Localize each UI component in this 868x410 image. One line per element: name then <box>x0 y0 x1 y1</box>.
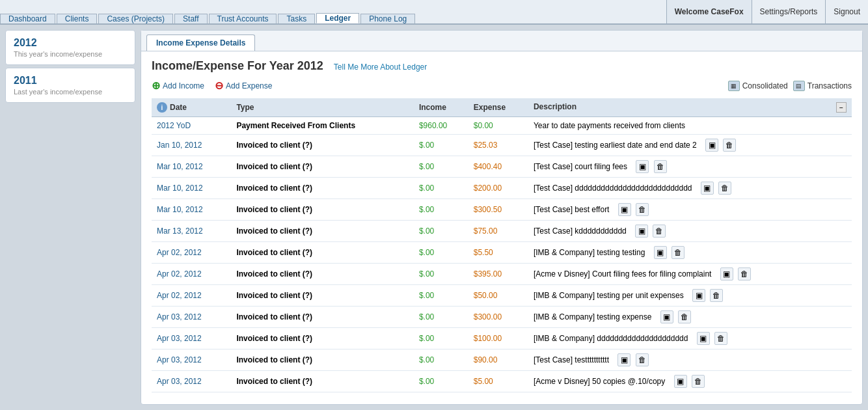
date-link[interactable]: Jan 10, 2012 <box>157 141 202 150</box>
cell-expense: $400.40 <box>468 156 528 178</box>
delete-icon[interactable]: 🗑 <box>692 375 705 388</box>
type-label: Invoiced to client (?) <box>236 377 312 386</box>
cell-type: Invoiced to client (?) <box>231 156 414 178</box>
date-link[interactable]: 2012 YoD <box>157 121 191 130</box>
add-expense-button[interactable]: ⊖ Add Expense <box>215 79 272 92</box>
edit-icon[interactable]: ▣ <box>660 310 673 323</box>
delete-icon[interactable]: 🗑 <box>653 225 666 238</box>
edit-icon[interactable]: ▣ <box>674 375 687 388</box>
income-value: $.00 <box>419 291 434 300</box>
edit-icon[interactable]: ▣ <box>692 289 705 302</box>
date-link[interactable]: Mar 10, 2012 <box>157 184 203 193</box>
cell-expense: $75.00 <box>468 221 528 242</box>
cell-date: Apr 03, 2012 <box>152 307 231 328</box>
cell-type: Payment Received From Clients <box>231 117 414 135</box>
table-row: Apr 03, 2012 Invoiced to client (?) $.00… <box>152 349 852 371</box>
edit-icon[interactable]: ▣ <box>636 160 649 173</box>
cell-date: Mar 10, 2012 <box>152 156 231 178</box>
nav-tab-phone-log[interactable]: Phone Log <box>360 14 415 23</box>
delete-icon[interactable]: 🗑 <box>738 267 751 280</box>
income-value: $.00 <box>419 141 434 150</box>
cell-date: Apr 02, 2012 <box>152 264 231 285</box>
date-link[interactable]: Apr 03, 2012 <box>157 377 202 386</box>
sidebar-year-2012-link[interactable]: 2012 <box>14 37 127 49</box>
delete-icon[interactable]: 🗑 <box>718 182 731 195</box>
table-row: Mar 10, 2012 Invoiced to client (?) $.00… <box>152 156 852 178</box>
nav-tab-ledger[interactable]: Ledger <box>316 13 359 23</box>
edit-icon[interactable]: ▣ <box>705 139 718 152</box>
col-header-date: iDate <box>152 98 231 117</box>
settings-reports-link[interactable]: Settings/Reports <box>752 0 826 23</box>
edit-icon[interactable]: ▣ <box>697 332 710 345</box>
date-link[interactable]: Apr 02, 2012 <box>157 291 202 300</box>
cell-type: Invoiced to client (?) <box>231 371 414 392</box>
expense-value: $395.00 <box>474 269 502 279</box>
tab-income-expense-details[interactable]: Income Expense Details <box>146 34 255 51</box>
edit-icon[interactable]: ▣ <box>720 267 733 280</box>
cell-description: [Test Case] best effort ▣ 🗑 <box>528 199 852 221</box>
info-icon[interactable]: i <box>157 102 167 113</box>
income-value: $960.00 <box>419 121 447 130</box>
income-value: $.00 <box>419 248 434 257</box>
edit-icon[interactable]: ▣ <box>654 246 667 259</box>
nav-tab-clients[interactable]: Clients <box>57 14 98 23</box>
delete-icon[interactable]: 🗑 <box>710 289 723 302</box>
edit-icon[interactable]: ▣ <box>635 225 648 238</box>
date-link[interactable]: Mar 13, 2012 <box>157 226 203 236</box>
delete-icon[interactable]: 🗑 <box>654 160 667 173</box>
transactions-view-toggle[interactable]: ▤ Transactions <box>793 81 852 91</box>
edit-icon[interactable]: ▣ <box>701 182 714 195</box>
edit-icon[interactable]: ▣ <box>618 203 631 216</box>
sidebar-year-2011-link[interactable]: 2011 <box>14 75 127 87</box>
nav-tab-dashboard[interactable]: Dashboard <box>0 14 55 23</box>
nav-tab-trust-accounts[interactable]: Trust Accounts <box>209 14 277 23</box>
cell-expense: $25.03 <box>468 135 528 156</box>
cell-expense: $5.50 <box>468 242 528 264</box>
cell-description: [Acme v Disney] 50 copies @.10/copy ▣ 🗑 <box>528 371 852 392</box>
expense-value: $5.00 <box>474 377 493 386</box>
date-link[interactable]: Mar 10, 2012 <box>157 205 203 214</box>
income-value: $.00 <box>419 312 434 321</box>
date-link[interactable]: Apr 03, 2012 <box>157 334 202 343</box>
nav-tab-staff[interactable]: Staff <box>174 14 207 23</box>
description-text: [Test Case] best effort <box>534 205 610 214</box>
sidebar-year-2012-subtitle: This year's income/expense <box>14 50 127 58</box>
tell-more-link[interactable]: Tell Me More About Ledger <box>334 62 427 72</box>
collapse-icon[interactable]: − <box>836 102 847 113</box>
expense-value: $200.00 <box>474 184 502 193</box>
cell-date: Apr 02, 2012 <box>152 242 231 264</box>
delete-icon[interactable]: 🗑 <box>636 203 649 216</box>
delete-icon[interactable]: 🗑 <box>714 332 727 345</box>
sidebar-year-2012: 2012 This year's income/expense <box>5 30 135 65</box>
delete-icon[interactable]: 🗑 <box>636 353 649 366</box>
cell-type: Invoiced to client (?) <box>231 242 414 264</box>
table-row: Apr 02, 2012 Invoiced to client (?) $.00… <box>152 264 852 285</box>
delete-icon[interactable]: 🗑 <box>671 246 685 259</box>
col-header-income: Income <box>414 98 468 117</box>
cell-income: $.00 <box>414 371 468 392</box>
consolidated-view-toggle[interactable]: ▦ Consolidated <box>728 81 788 91</box>
nav-tabs: Dashboard Clients Cases (Projects) Staff… <box>0 0 416 23</box>
nav-tab-tasks[interactable]: Tasks <box>278 14 315 23</box>
type-label: Invoiced to client (?) <box>236 312 312 321</box>
delete-icon[interactable]: 🗑 <box>678 310 691 323</box>
delete-icon[interactable]: 🗑 <box>723 139 736 152</box>
cell-income: $960.00 <box>414 117 468 135</box>
expense-value: $50.00 <box>474 291 498 300</box>
expense-value: $0.00 <box>474 121 493 130</box>
date-link[interactable]: Apr 02, 2012 <box>157 248 202 257</box>
table-row: Apr 03, 2012 Invoiced to client (?) $.00… <box>152 371 852 392</box>
sidebar-year-2011-subtitle: Last year's income/expense <box>14 88 127 96</box>
cell-description: [IMB & Company] ddddddddddddddddddddd ▣ … <box>528 328 852 349</box>
date-link[interactable]: Mar 10, 2012 <box>157 162 203 171</box>
add-income-button[interactable]: ⊕ Add Income <box>152 79 204 92</box>
nav-tab-cases[interactable]: Cases (Projects) <box>98 14 173 23</box>
date-link[interactable]: Apr 03, 2012 <box>157 312 202 321</box>
signout-link[interactable]: Signout <box>825 0 868 23</box>
date-link[interactable]: Apr 03, 2012 <box>157 355 202 364</box>
edit-icon[interactable]: ▣ <box>617 353 631 366</box>
cell-date: Jan 10, 2012 <box>152 135 231 156</box>
cell-description: [Test Case] testtttttttttt ▣ 🗑 <box>528 349 852 371</box>
date-link[interactable]: Apr 02, 2012 <box>157 269 202 279</box>
description-text: [IMB & Company] testing per unit expense… <box>534 291 684 300</box>
